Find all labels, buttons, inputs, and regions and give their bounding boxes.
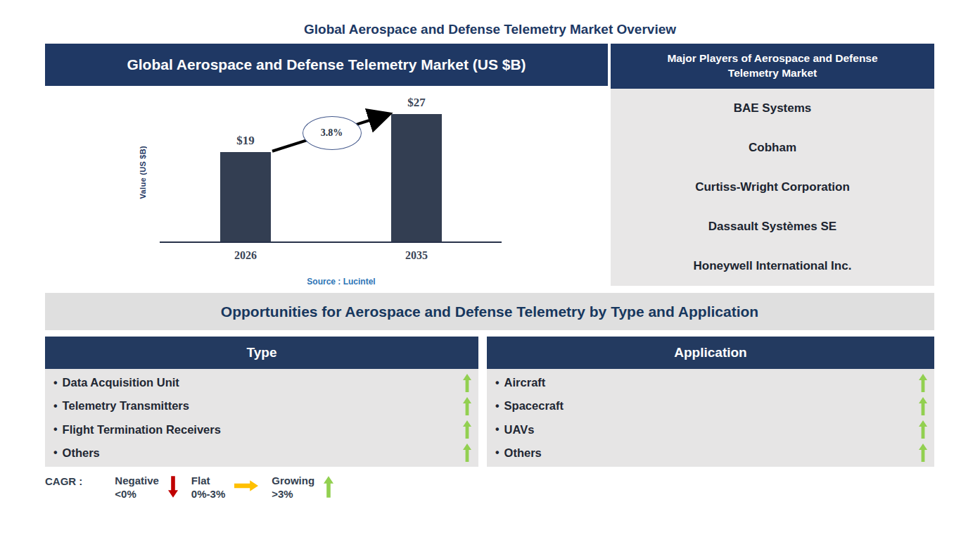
market-bar-chart: Value (US $B) $19 $27 3.8% 2026 2035 Sou… (45, 86, 608, 289)
list-item: • Data Acquisition Unit (45, 374, 478, 392)
list-item: • Aircraft (487, 374, 934, 392)
x-axis-tick-2035: 2035 (405, 249, 428, 262)
opportunities-banner: Opportunities for Aerospace and Defense … (45, 293, 934, 330)
bullet: • (495, 446, 499, 459)
y-axis-label: Value (US $B) (139, 146, 147, 199)
cagr-badge: 3.8% (303, 116, 362, 150)
legend-entry-flat: Flat 0%-3% (191, 475, 272, 501)
type-panel-list: • Data Acquisition Unit • Telemetry Tran… (45, 369, 478, 467)
bullet: • (495, 400, 499, 413)
up-arrow-icon (919, 397, 927, 415)
major-players-list: BAE Systems Cobham Curtiss-Wright Corpor… (611, 89, 934, 286)
list-item: • Telemetry Transmitters (45, 397, 478, 415)
up-arrow-icon (324, 475, 333, 498)
bullet: • (495, 423, 499, 436)
up-arrow-icon (463, 374, 471, 392)
bar-2026 (220, 152, 271, 242)
bullet: • (53, 423, 58, 436)
list-item: Curtiss-Wright Corporation (695, 180, 850, 194)
bar-value-label: $19 (236, 134, 255, 148)
legend-entry-name: Growing (272, 475, 314, 488)
legend-entry-name: Flat (191, 475, 225, 488)
list-item: • UAVs (487, 420, 934, 439)
legend-entry-range: 0%-3% (191, 488, 225, 501)
major-players-header: Major Players of Aerospace and Defense T… (611, 44, 934, 89)
bullet: • (53, 446, 58, 459)
legend-entry-negative: Negative <0% (115, 475, 191, 501)
legend-entry-name: Negative (115, 475, 159, 488)
bullet: • (53, 400, 58, 413)
list-item: Honeywell International Inc. (694, 259, 852, 273)
down-arrow-icon (168, 475, 178, 498)
application-panel-list: • Aircraft • Spacecraft • UAVs • Others (487, 369, 934, 467)
bar-2035 (391, 114, 442, 242)
x-axis-line (160, 241, 502, 243)
up-arrow-icon (463, 397, 471, 415)
list-item: Dassault Systèmes SE (708, 220, 836, 234)
up-arrow-icon (463, 444, 471, 462)
chart-panel-header: Global Aerospace and Defense Telemetry M… (45, 44, 608, 86)
legend-entry-range: >3% (272, 488, 314, 501)
list-item: • Spacecraft (487, 397, 934, 415)
list-item: Cobham (749, 141, 796, 155)
bar-value-label: $27 (407, 96, 426, 110)
cagr-legend: CAGR : Negative <0% Flat 0%-3% Growing >… (45, 475, 347, 501)
right-arrow-icon (234, 480, 258, 491)
list-item: • Others (487, 444, 934, 462)
up-arrow-icon (919, 374, 927, 392)
source-note: Source : Lucintel (271, 277, 412, 287)
up-arrow-icon (463, 420, 471, 439)
bullet: • (495, 377, 499, 389)
up-arrow-icon (919, 444, 927, 462)
list-item: • Flight Termination Receivers (45, 420, 478, 439)
list-item: • Others (45, 444, 478, 462)
legend-entry-growing: Growing >3% (272, 475, 347, 501)
type-panel-header: Type (45, 337, 478, 369)
application-panel-header: Application (487, 337, 934, 369)
cagr-value: 3.8% (321, 127, 343, 139)
market-overview-slide: Global Aerospace and Defense Telemetry M… (0, 0, 980, 540)
page-title: Global Aerospace and Defense Telemetry M… (0, 22, 980, 37)
x-axis-tick-2026: 2026 (234, 249, 257, 262)
legend-title: CAGR : (45, 475, 82, 487)
up-arrow-icon (919, 420, 927, 439)
bullet: • (53, 377, 58, 389)
list-item: BAE Systems (734, 101, 812, 115)
legend-entry-range: <0% (115, 488, 159, 501)
